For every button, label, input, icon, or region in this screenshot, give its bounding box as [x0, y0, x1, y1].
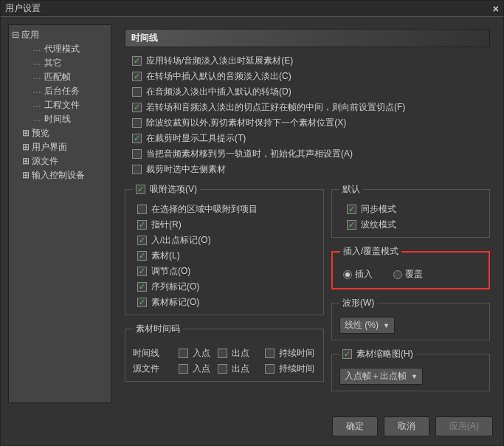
snap-item-checkbox[interactable]: 素材(L) [137, 250, 316, 262]
tree-root-app[interactable]: ⊟ 应用 [9, 28, 111, 42]
waveform-legend: 波形(W) [339, 297, 377, 309]
tree-item-timeline[interactable]: 时间线 [9, 112, 111, 126]
tree-item[interactable]: 后台任务 [9, 84, 111, 98]
tc-in-checkbox[interactable]: 入点 [179, 363, 212, 375]
defaults-group: 默认 同步模式 波纹模式 [331, 183, 490, 238]
snap-enable-checkbox[interactable]: 吸附选项(V) [136, 183, 197, 196]
overwrite-radio[interactable]: 覆盖 [393, 268, 423, 281]
option-checkbox[interactable]: 当把音频素材移到另一轨道时，初始化其声相设置(A) [132, 148, 490, 160]
tree-item[interactable]: ⊞ 用户界面 [9, 140, 111, 154]
chevron-down-icon: ▼ [411, 373, 418, 380]
option-checkbox[interactable]: 除波纹裁剪以外,剪切素材时保持下一个素材位置(X) [132, 117, 490, 129]
thumbnail-select[interactable]: 入点帧＋出点帧▼ [339, 368, 423, 385]
chevron-down-icon: ▼ [383, 322, 390, 329]
snap-item-checkbox[interactable]: 在选择的区域中吸附到项目 [137, 203, 316, 216]
snap-item-checkbox[interactable]: 序列标记(O) [137, 281, 316, 293]
option-checkbox[interactable]: 在音频淡入淡出中插入默认的转场(D) [132, 86, 490, 98]
tc-out-checkbox[interactable]: 出点 [218, 363, 251, 375]
tree-item[interactable]: 代理模式 [9, 42, 111, 56]
tc-out-checkbox[interactable]: 出点 [218, 347, 251, 360]
option-checkbox[interactable]: 在裁剪时显示工具提示(T) [132, 132, 490, 145]
tree-item[interactable]: 其它 [9, 56, 111, 70]
thumbnail-checkbox[interactable]: 素材缩略图(H) [342, 348, 413, 360]
ok-button[interactable]: 确定 [332, 416, 378, 436]
option-checkbox[interactable]: 在转场中插入默认的音频淡入淡出(C) [132, 70, 490, 83]
tc-in-checkbox[interactable]: 入点 [179, 347, 212, 360]
timecode-row-label: 时间线 [133, 347, 173, 360]
option-checkbox[interactable]: 若转场和音频淡入淡出的切点正好在帧的中间，则向前设置切点(F) [132, 101, 490, 114]
snap-item-checkbox[interactable]: 入/出点标记(O) [137, 234, 316, 247]
main-panel: 时间线 应用转场/音频淡入淡出时延展素材(E)在转场中插入默认的音频淡入淡出(C… [119, 24, 496, 403]
snap-item-checkbox[interactable]: 指针(R) [137, 219, 316, 231]
tc-dur-checkbox[interactable]: 持续时间 [265, 347, 316, 360]
apply-button[interactable]: 应用(A) [435, 416, 493, 436]
insert-overwrite-group: 插入/覆盖模式 插入 覆盖 [331, 245, 490, 289]
dialog-title: 用户设置 [5, 2, 41, 15]
timecode-legend: 素材时间码 [133, 323, 183, 335]
waveform-select[interactable]: 线性 (%)▼ [339, 317, 395, 334]
cancel-button[interactable]: 取消 [384, 416, 429, 436]
snap-item-checkbox[interactable]: 调节点(O) [137, 265, 316, 278]
titlebar: 用户设置 × [1, 1, 503, 17]
thumbnail-group: 素材缩略图(H) 入点帧＋出点帧▼ [331, 348, 490, 391]
sync-mode-checkbox[interactable]: 同步模式 [347, 203, 482, 216]
snap-group: 吸附选项(V) 在选择的区域中吸附到项目指针(R)入/出点标记(O)素材(L)调… [125, 183, 324, 315]
insert-overwrite-legend: 插入/覆盖模式 [340, 245, 401, 258]
timecode-group: 素材时间码 时间线 入点 出点 持续时间 源文件 入点 出点 持续时间 [125, 323, 324, 382]
tc-dur-checkbox[interactable]: 持续时间 [265, 363, 316, 375]
option-checkbox[interactable]: 应用转场/音频淡入淡出时延展素材(E) [132, 55, 490, 67]
snap-item-checkbox[interactable]: 素材标记(O) [137, 296, 316, 309]
ripple-mode-checkbox[interactable]: 波纹模式 [347, 219, 482, 231]
close-icon[interactable]: × [493, 3, 499, 15]
tree-item[interactable]: ⊞ 输入控制设备 [9, 168, 111, 182]
defaults-legend: 默认 [339, 183, 363, 196]
footer: 确定 取消 应用(A) [1, 411, 503, 445]
timecode-row-label: 源文件 [133, 363, 173, 375]
sidebar: ⊟ 应用 代理模式 其它 匹配帧 后台任务 工程文件 时间线 ⊞ 预览 ⊞ 用户… [8, 24, 111, 403]
waveform-group: 波形(W) 线性 (%)▼ [331, 297, 490, 340]
insert-radio[interactable]: 插入 [343, 268, 373, 281]
option-checkbox[interactable]: 裁剪时选中左侧素材 [132, 163, 490, 176]
tree-item[interactable]: 工程文件 [9, 98, 111, 112]
tree-item[interactable]: ⊞ 源文件 [9, 154, 111, 168]
tree-item[interactable]: ⊞ 预览 [9, 126, 111, 140]
section-header: 时间线 [125, 29, 490, 47]
tree-item[interactable]: 匹配帧 [9, 70, 111, 84]
